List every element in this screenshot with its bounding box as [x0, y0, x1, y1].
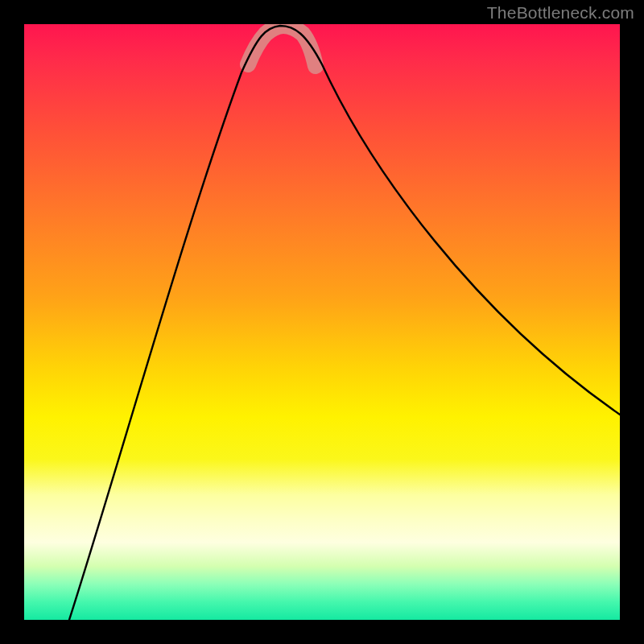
chart-frame: TheBottleneck.com	[0, 0, 644, 644]
bottleneck-curve	[69, 26, 620, 620]
curve-layer	[24, 24, 620, 620]
plot-area	[24, 24, 620, 620]
watermark-label: TheBottleneck.com	[487, 3, 634, 23]
highlight-band	[248, 26, 316, 66]
